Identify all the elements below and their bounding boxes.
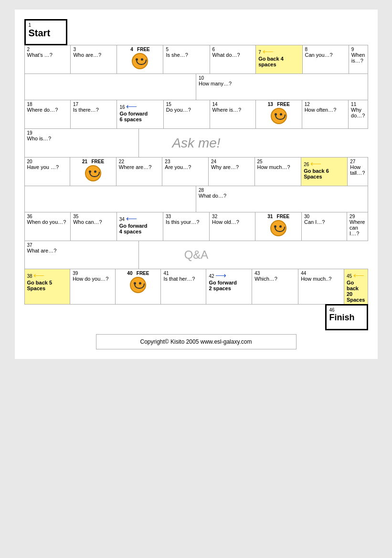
- smiley-31: [270, 220, 286, 236]
- cell-5: 5Is she…?: [163, 45, 210, 74]
- cell-4: 4 FREE: [117, 45, 163, 74]
- cell-empty-b1: [24, 186, 196, 212]
- cell-10: 10How many…?: [196, 74, 368, 100]
- cell-34: 34 ⟵Go forward4 spaces: [117, 212, 163, 241]
- row1-table: 2What's …? 3Who are…? 4 FREE 5Is she…? 6…: [24, 45, 368, 74]
- row4-table: 36When do you…? 35Who can…? 34 ⟵Go forwa…: [24, 212, 368, 241]
- cell-32: 32How old…?: [210, 212, 255, 241]
- row5: 38 ⟵Go back 5 Spaces 39How do you…? 40 F…: [24, 269, 368, 305]
- empty-4b-right: [254, 241, 368, 269]
- start-cell: 1 Start: [24, 19, 67, 45]
- smiley-4: [132, 53, 148, 69]
- finish-num: 46: [329, 307, 364, 313]
- cell-23: 23Are you…?: [162, 157, 209, 186]
- cell-12: 12How often…?: [302, 100, 348, 129]
- cell-40: 40 FREE: [116, 269, 161, 305]
- cell-29: 29Where can I…?: [347, 212, 368, 241]
- row3: 20Have you …? 21 FREE 22Where are…? 23Ar…: [24, 157, 368, 186]
- row4b-table: 37What are…? Q&A: [24, 241, 368, 270]
- copyright-text: Copyright© Kisito 2005 www.esl-galaxy.co…: [140, 338, 252, 345]
- cell-18: 18Where do…?: [24, 100, 70, 129]
- cell-3: 3Who are…?: [71, 45, 117, 74]
- cell-9: 9When is…?: [349, 45, 368, 74]
- cell-36: 36When do you…?: [24, 212, 71, 241]
- cell-28: 28What do…?: [196, 186, 368, 212]
- finish-row: 46 Finish: [24, 304, 368, 330]
- cell-7: 7 ⟵Go back 4 spaces: [256, 45, 302, 74]
- smiley-40: [130, 277, 146, 293]
- cell-13: 13 FREE: [256, 100, 302, 129]
- smiley-21: [85, 165, 101, 181]
- cell-31: 31 FREE: [255, 212, 302, 241]
- finish-cell: 46 Finish: [325, 304, 368, 330]
- cell-44: 44How much..?: [298, 269, 344, 305]
- cell-empty-a1: [24, 74, 196, 100]
- cell-42: 42 ⟶Go forward2 spaces: [206, 269, 252, 305]
- page: 1 Start 2What's …? 3Who are…? 4 FREE 5Is…: [15, 10, 378, 359]
- row1: 2What's …? 3Who are…? 4 FREE 5Is she…? 6…: [24, 45, 368, 74]
- row3-table: 20Have you …? 21 FREE 22Where are…? 23Ar…: [24, 157, 368, 186]
- cell-30: 30Can I…?: [301, 212, 347, 241]
- cell-19: 19Who is…?: [24, 129, 139, 158]
- cell-41: 41Is that her…?: [161, 269, 206, 305]
- cell-26: 26 ⟵Go back 6 Spaces: [301, 157, 348, 186]
- cell-20: 20Have you …?: [24, 157, 70, 186]
- cell-15: 15Do you…?: [163, 100, 210, 129]
- finish-label: Finish: [329, 313, 364, 323]
- row5-table: 38 ⟵Go back 5 Spaces 39How do you…? 40 F…: [24, 269, 368, 305]
- start-label: Start: [29, 28, 63, 39]
- row4b: 37What are…? Q&A: [24, 241, 368, 269]
- smiley-13: [271, 108, 287, 124]
- cell-33: 33Is this your…?: [163, 212, 210, 241]
- row1b-table: 10How many…?: [24, 74, 368, 100]
- cell-27: 27How tall…?: [348, 157, 368, 186]
- ask-me-area: Ask me!: [139, 129, 254, 158]
- row2b: 19Who is…? Ask me!: [24, 129, 368, 158]
- start-num: 1: [29, 22, 63, 28]
- row3b-table: 28What do…?: [24, 186, 368, 212]
- cell-6: 6What do…?: [210, 45, 256, 74]
- cell-14: 14Where is…?: [210, 100, 255, 129]
- cell-25: 25How much…?: [254, 157, 301, 186]
- cell-17: 17Is there…?: [70, 100, 117, 129]
- cell-45: 45 ⟵Go back 20 Spaces: [344, 269, 368, 305]
- board: 1 Start 2What's …? 3Who are…? 4 FREE 5Is…: [24, 19, 368, 349]
- cell-24: 24Why are…?: [209, 157, 255, 186]
- cell-38: 38 ⟵Go back 5 Spaces: [24, 269, 70, 305]
- cell-8: 8Can you…?: [302, 45, 349, 74]
- empty-2b-right: [254, 129, 368, 158]
- row2: 18Where do…? 17Is there…? 16 ⟵Go forward…: [24, 100, 368, 129]
- row2b-table: 19Who is…? Ask me!: [24, 128, 368, 158]
- cell-11: 11Why do…?: [349, 100, 368, 129]
- cell-2: 2What's …?: [24, 45, 71, 74]
- cell-37: 37What are…?: [24, 241, 139, 269]
- cell-43: 43Which…?: [252, 269, 298, 305]
- row1b: 10How many…?: [24, 74, 368, 100]
- cell-39: 39How do you…?: [70, 269, 116, 305]
- cell-21: 21 FREE: [70, 157, 117, 186]
- qa-area: Q&A: [139, 241, 254, 269]
- cell-22: 22Where are…?: [116, 157, 162, 186]
- cell-16: 16 ⟵Go forward6 spaces: [117, 100, 163, 129]
- cell-35: 35Who can…?: [71, 212, 117, 241]
- row2-table: 18Where do…? 17Is there…? 16 ⟵Go forward…: [24, 100, 368, 129]
- row4: 36When do you…? 35Who can…? 34 ⟵Go forwa…: [24, 212, 368, 241]
- row3b: 28What do…?: [24, 186, 368, 212]
- copyright-box: Copyright© Kisito 2005 www.esl-galaxy.co…: [96, 334, 297, 349]
